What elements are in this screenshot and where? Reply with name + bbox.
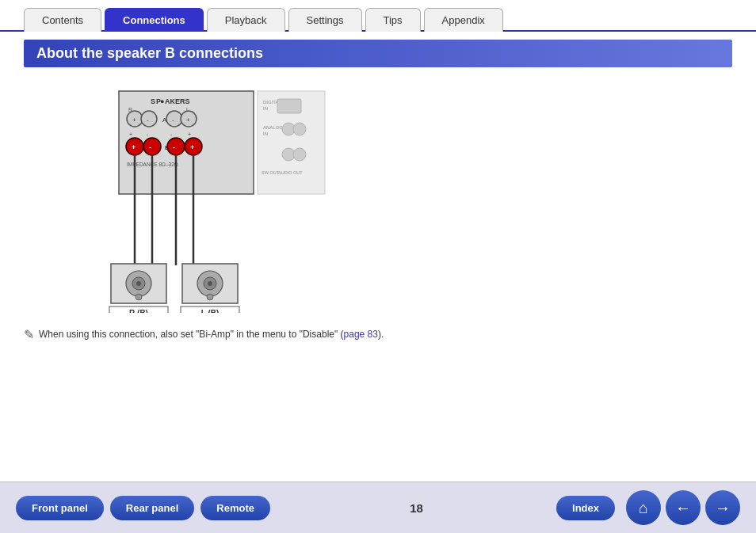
- svg-text:IN: IN: [263, 106, 268, 111]
- svg-text:IN: IN: [263, 131, 268, 136]
- tab-tips[interactable]: Tips: [365, 8, 421, 32]
- tab-contents[interactable]: Contents: [24, 8, 101, 32]
- svg-text:L (B): L (B): [201, 309, 220, 313]
- connection-diagram: SP ● AKERS + - A - + R L +: [24, 83, 357, 313]
- bottom-nav: Front panel Rear panel Remote 18 Index ⌂…: [0, 482, 756, 533]
- rear-panel-button[interactable]: Rear panel: [110, 496, 194, 520]
- note-text: When using this connection, also set "Bi…: [39, 327, 384, 341]
- home-button[interactable]: ⌂: [626, 490, 661, 525]
- svg-text:R: R: [128, 107, 132, 112]
- svg-text:SW OUT: SW OUT: [262, 170, 280, 175]
- svg-text:●: ●: [160, 97, 164, 105]
- svg-point-6: [141, 111, 157, 127]
- svg-text:R (B): R (B): [129, 309, 148, 313]
- note-icon: ✎: [24, 327, 34, 342]
- note-section: ✎ When using this connection, also set "…: [24, 327, 732, 342]
- page-title: About the speaker B connections: [24, 40, 732, 67]
- svg-text:+: +: [186, 116, 190, 124]
- tab-playback[interactable]: Playback: [207, 8, 285, 32]
- svg-text:+: +: [188, 131, 191, 137]
- svg-text:L: L: [186, 107, 189, 112]
- forward-button[interactable]: →: [705, 490, 740, 525]
- svg-text:-: -: [149, 143, 151, 151]
- index-button[interactable]: Index: [556, 496, 615, 520]
- forward-icon: →: [715, 499, 731, 517]
- remote-button[interactable]: Remote: [200, 496, 270, 520]
- svg-text:AKERS: AKERS: [165, 97, 190, 105]
- svg-text:+: +: [190, 143, 194, 151]
- svg-text:AUDIO OUT: AUDIO OUT: [278, 170, 303, 175]
- back-button[interactable]: ←: [666, 490, 701, 525]
- svg-text:-: -: [172, 116, 174, 124]
- svg-text:+: +: [132, 143, 136, 151]
- svg-text:ANALOG: ANALOG: [263, 125, 283, 130]
- svg-point-52: [136, 281, 141, 286]
- svg-text:+: +: [132, 116, 136, 124]
- svg-rect-32: [277, 99, 301, 113]
- svg-point-36: [293, 123, 306, 135]
- svg-point-17: [143, 138, 161, 155]
- tab-settings[interactable]: Settings: [288, 8, 362, 32]
- tab-appendix[interactable]: Appendix: [424, 8, 503, 32]
- main-content: SP ● AKERS + - A - + R L +: [0, 75, 756, 350]
- front-panel-button[interactable]: Front panel: [16, 496, 104, 520]
- svg-point-9: [166, 111, 182, 127]
- svg-text:-: -: [173, 143, 175, 151]
- diagram-area: SP ● AKERS + - A - + R L +: [24, 83, 732, 313]
- svg-point-53: [136, 294, 142, 300]
- nav-tabs: Contents Connections Playback Settings T…: [0, 0, 756, 32]
- svg-point-20: [167, 138, 185, 155]
- svg-text:+: +: [129, 131, 132, 137]
- home-icon: ⌂: [639, 499, 648, 517]
- back-icon: ←: [675, 499, 691, 517]
- tab-connections[interactable]: Connections: [105, 8, 204, 32]
- svg-point-59: [208, 281, 212, 286]
- svg-point-60: [207, 294, 213, 300]
- page-number: 18: [284, 501, 548, 515]
- page-link[interactable]: page 83: [344, 329, 378, 340]
- svg-text:-: -: [147, 116, 149, 124]
- svg-point-38: [293, 148, 306, 161]
